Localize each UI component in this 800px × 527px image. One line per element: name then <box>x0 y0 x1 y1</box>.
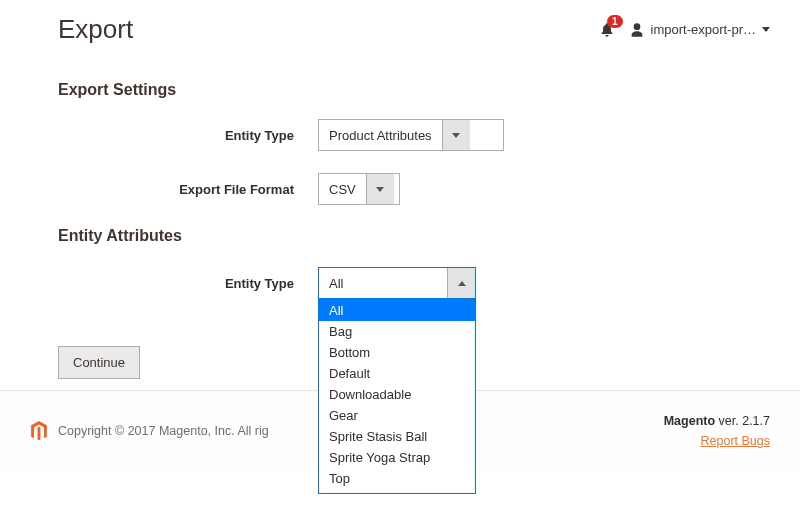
copyright-text: Copyright © 2017 Magento, Inc. All rig <box>58 424 269 438</box>
user-icon <box>629 22 645 38</box>
attr-entity-type-row: Entity Type All <box>58 267 742 299</box>
dropdown-option[interactable]: Top <box>319 468 475 489</box>
chevron-down-icon <box>452 133 460 138</box>
select-toggle <box>447 268 475 298</box>
select-toggle <box>366 174 394 204</box>
footer-left: Copyright © 2017 Magento, Inc. All rig <box>30 421 269 441</box>
notification-badge: 1 <box>607 15 623 28</box>
dropdown-option[interactable]: All <box>319 300 475 321</box>
attr-entity-type-select[interactable]: All <box>318 267 476 299</box>
export-file-format-value: CSV <box>319 174 366 204</box>
entity-attributes-title: Entity Attributes <box>58 227 742 245</box>
dropdown-option[interactable]: Bag <box>319 321 475 342</box>
chevron-down-icon <box>762 27 770 32</box>
dropdown-option[interactable]: Gear <box>319 405 475 426</box>
notifications-button[interactable]: 1 <box>599 21 615 39</box>
version-text: Magento ver. 2.1.7 <box>664 411 770 431</box>
user-name: import-export-pr… <box>651 22 756 37</box>
dropdown-option[interactable]: Sprite Stasis Ball <box>319 426 475 447</box>
version-value: ver. 2.1.7 <box>715 414 770 428</box>
chevron-up-icon <box>458 281 466 286</box>
attr-entity-type-wrap: Entity Type All AllBagBottomDefaultDownl… <box>58 267 742 299</box>
header-actions: 1 import-export-pr… <box>599 21 770 39</box>
report-bugs-link[interactable]: Report Bugs <box>701 434 770 448</box>
content: Export Settings Entity Type Product Attr… <box>0 55 800 299</box>
select-toggle <box>442 120 470 150</box>
entity-type-row: Entity Type Product Attributes <box>58 119 742 151</box>
page-title: Export <box>58 14 133 45</box>
chevron-down-icon <box>376 187 384 192</box>
dropdown-option[interactable]: Downloadable <box>319 384 475 405</box>
version-label: Magento <box>664 414 715 428</box>
export-file-format-label: Export File Format <box>58 182 318 197</box>
entity-type-value: Product Attributes <box>319 120 442 150</box>
export-settings-title: Export Settings <box>58 81 742 99</box>
continue-button[interactable]: Continue <box>58 346 140 379</box>
export-file-format-select[interactable]: CSV <box>318 173 400 205</box>
export-file-format-row: Export File Format CSV <box>58 173 742 205</box>
user-menu[interactable]: import-export-pr… <box>629 22 770 38</box>
magento-logo-icon <box>30 421 48 441</box>
dropdown-option[interactable]: Bottom <box>319 342 475 363</box>
dropdown-option[interactable]: Default <box>319 363 475 384</box>
attr-entity-type-value: All <box>319 268 447 298</box>
attr-entity-type-label: Entity Type <box>58 276 318 291</box>
attr-entity-type-dropdown[interactable]: AllBagBottomDefaultDownloadableGearSprit… <box>318 299 476 494</box>
page-header: Export 1 import-export-pr… <box>0 0 800 55</box>
entity-type-label: Entity Type <box>58 128 318 143</box>
entity-type-select[interactable]: Product Attributes <box>318 119 504 151</box>
footer-right: Magento ver. 2.1.7 Report Bugs <box>664 411 770 451</box>
dropdown-option[interactable]: Sprite Yoga Strap <box>319 447 475 468</box>
